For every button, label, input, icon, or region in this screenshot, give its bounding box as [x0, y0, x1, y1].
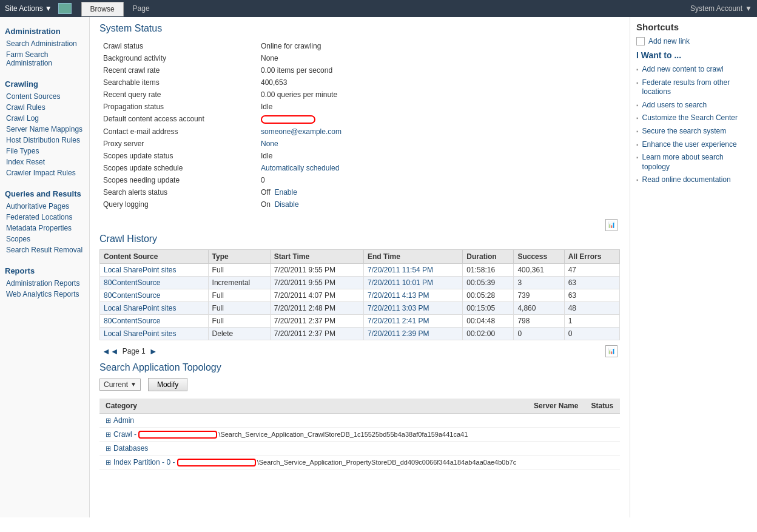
status-value-background-activity: None [257, 52, 620, 64]
col-content-source: Content Source [100, 249, 209, 263]
pagination-prev-button[interactable]: ◄◄ [102, 346, 119, 356]
crawl-duration-cell: 00:05:28 [463, 289, 514, 301]
sidebar-section-administration: Administration [0, 22, 89, 38]
shortcut-link-1[interactable]: Federate results from other locations [642, 78, 751, 97]
sidebar-section-crawling: Crawling [0, 75, 89, 91]
col-success: Success [514, 249, 564, 263]
crawl-source-link[interactable]: 80ContentSource [104, 317, 160, 325]
crawl-type-cell: Full [208, 301, 270, 314]
topology-redacted-value [177, 459, 256, 466]
topology-row: ⊞Crawl - \Search_Service_Application_Cra… [99, 427, 620, 441]
topology-name-text: Admin [113, 416, 134, 425]
sidebar-item-host-distribution-rules[interactable]: Host Distribution Rules [0, 135, 89, 146]
tab-page[interactable]: Page [124, 1, 159, 16]
topology-status-cell [585, 427, 620, 441]
crawl-source-cell: Local SharePoint sites [100, 263, 209, 276]
top-bar: Site Actions ▼ Browse Page System Accoun… [0, 0, 757, 17]
crawl-source-link[interactable]: 80ContentSource [104, 278, 160, 287]
shortcut-item: ▪Add users to search [636, 101, 751, 110]
crawl-type-cell: Full [208, 314, 270, 327]
pagination-next-button[interactable]: ► [149, 346, 158, 356]
topology-expand-icon[interactable]: ⊞ [106, 417, 111, 424]
sidebar-item-federated-locations[interactable]: Federated Locations [0, 212, 89, 223]
topology-col-status: Status [585, 399, 620, 414]
crawl-end-link[interactable]: 7/20/2011 11:54 PM [368, 266, 433, 274]
crawl-duration-cell: 01:58:16 [463, 263, 514, 276]
crawl-source-link[interactable]: Local SharePoint sites [104, 266, 176, 274]
shortcut-link-5[interactable]: Enhance the user experience [642, 140, 737, 150]
crawl-history-header-row: Content Source Type Start Time End Time … [100, 249, 620, 263]
crawl-end-link[interactable]: 7/20/2011 2:39 PM [368, 329, 429, 338]
crawl-source-cell: Local SharePoint sites [100, 327, 209, 340]
shortcut-item: ▪Secure the search system [636, 127, 751, 136]
site-actions-button[interactable]: Site Actions ▼ [5, 4, 52, 13]
sidebar-item-server-name-mappings[interactable]: Server Name Mappings [0, 124, 89, 135]
col-duration: Duration [463, 249, 514, 263]
sidebar-item-authoritative-pages[interactable]: Authoritative Pages [0, 201, 89, 212]
sidebar-item-crawler-impact-rules[interactable]: Crawler Impact Rules [0, 167, 89, 178]
crawl-success-cell: 3 [514, 276, 564, 289]
right-sidebar: Shortcuts Add new link I Want to ... ▪Ad… [630, 17, 757, 517]
crawl-source-link[interactable]: Local SharePoint sites [104, 304, 176, 312]
topology-dropdown[interactable]: Current ▼ [99, 379, 141, 391]
sidebar-item-search-administration[interactable]: Search Administration [0, 38, 89, 49]
shortcut-link-0[interactable]: Add new content to crawl [642, 65, 724, 75]
main-content: System Status Crawl status Online for cr… [90, 17, 630, 517]
shortcut-link-2[interactable]: Add users to search [642, 101, 707, 110]
crawl-duration-cell: 00:04:48 [463, 314, 514, 327]
shortcut-link-4[interactable]: Secure the search system [642, 127, 727, 136]
sidebar-item-search-result-removal[interactable]: Search Result Removal [0, 244, 89, 255]
topology-suffix-text: \Search_Service_Application_PropertyStor… [257, 459, 517, 466]
crawl-success-cell: 4,860 [514, 301, 564, 314]
crawl-source-link[interactable]: 80ContentSource [104, 291, 160, 300]
topology-modify-button[interactable]: Modify [148, 378, 187, 391]
enable-alerts-link[interactable]: Enable [274, 188, 297, 197]
status-value-scopes-update-status: Idle [257, 150, 620, 162]
crawl-errors-cell: 0 [564, 327, 619, 340]
sidebar-item-metadata-properties[interactable]: Metadata Properties [0, 223, 89, 234]
status-label-crawl-status: Crawl status [99, 40, 257, 52]
sidebar-item-farm-search-administration[interactable]: Farm Search Administration [0, 49, 89, 69]
export-icon[interactable]: 📊 [605, 219, 617, 231]
proxy-server-link[interactable]: None [261, 140, 278, 148]
shortcut-link-3[interactable]: Customize the Search Center [642, 113, 738, 123]
sidebar-item-index-reset[interactable]: Index Reset [0, 157, 89, 167]
shortcut-item: ▪Customize the Search Center [636, 113, 751, 123]
topology-expand-icon[interactable]: ⊞ [106, 431, 111, 438]
topology-status-cell [585, 442, 620, 456]
add-new-link[interactable]: Add new link [648, 37, 690, 45]
sidebar-item-administration-reports[interactable]: Administration Reports [0, 278, 89, 289]
table-row: Default content access account [99, 113, 620, 126]
sidebar-item-crawl-log[interactable]: Crawl Log [0, 113, 89, 124]
crawl-source-link[interactable]: Local SharePoint sites [104, 329, 176, 338]
disable-query-logging-link[interactable]: Disable [275, 200, 299, 209]
sidebar-item-file-types[interactable]: File Types [0, 146, 89, 157]
topology-category-cell: ⊞Crawl - \Search_Service_Application_Cra… [99, 427, 528, 441]
crawl-end-link[interactable]: 7/20/2011 4:13 PM [368, 291, 429, 300]
contact-email-link[interactable]: someone@example.com [261, 127, 341, 136]
shortcut-item: ▪Read online documentation [636, 175, 751, 185]
scopes-update-schedule-link[interactable]: Automatically scheduled [261, 164, 339, 172]
sidebar-section-queries-results: Queries and Results [0, 184, 89, 201]
shortcut-link-7[interactable]: Read online documentation [642, 175, 731, 185]
sidebar-item-content-sources[interactable]: Content Sources [0, 91, 89, 102]
shortcut-item: ▪Enhance the user experience [636, 140, 751, 150]
query-logging-status-text: On [261, 200, 271, 209]
topology-row: ⊞Index Partition - 0 - \Search_Service_A… [99, 456, 620, 470]
shortcut-link-6[interactable]: Learn more about search topology [642, 153, 751, 172]
topology-expand-icon[interactable]: ⊞ [106, 445, 111, 452]
topology-expand-icon[interactable]: ⊞ [106, 459, 111, 466]
sidebar-item-scopes[interactable]: Scopes [0, 234, 89, 244]
user-account-area: System Account ▼ [690, 4, 752, 13]
crawl-end-link[interactable]: 7/20/2011 10:01 PM [368, 278, 433, 287]
crawl-end-link[interactable]: 7/20/2011 3:03 PM [368, 304, 429, 312]
tab-browse[interactable]: Browse [81, 2, 124, 16]
shortcut-bullet-icon: ▪ [636, 177, 639, 183]
sidebar-item-crawl-rules[interactable]: Crawl Rules [0, 102, 89, 113]
sidebar-item-web-analytics-reports[interactable]: Web Analytics Reports [0, 289, 89, 300]
table-row: Recent query rate 0.00 queries per minut… [99, 89, 620, 101]
crawl-history-export-icon[interactable]: 📊 [605, 345, 617, 357]
crawl-end-link[interactable]: 7/20/2011 2:41 PM [368, 317, 429, 325]
status-value-query-logging: On Disable [257, 198, 620, 210]
table-row: Background activity None [99, 52, 620, 64]
